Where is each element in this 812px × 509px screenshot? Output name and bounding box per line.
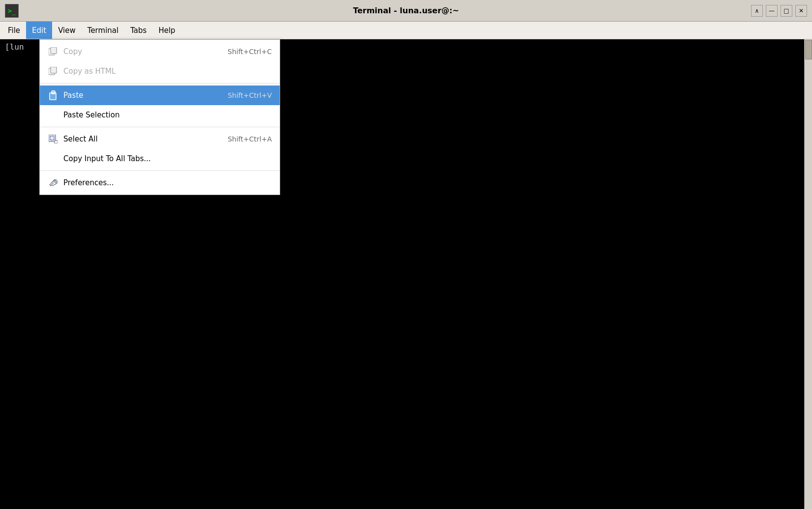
edit-dropdown-menu: Copy Shift+Ctrl+C Copy as HTML Paste Shi… bbox=[39, 39, 280, 195]
window-controls: ∧ — □ ✕ bbox=[751, 5, 807, 17]
separator-1 bbox=[40, 83, 280, 84]
copy-shortcut: Shift+Ctrl+C bbox=[228, 48, 272, 56]
menu-item-paste[interactable]: Paste Shift+Ctrl+V bbox=[40, 85, 280, 105]
minimize-button[interactable]: — bbox=[766, 5, 778, 17]
menu-item-paste-selection[interactable]: Paste Selection bbox=[40, 105, 280, 125]
svg-rect-1 bbox=[51, 47, 57, 54]
app-icon-label: >_ bbox=[8, 7, 16, 15]
select-all-icon bbox=[48, 134, 58, 144]
menu-edit[interactable]: Edit bbox=[26, 22, 52, 39]
title-bar: >_ Terminal - luna.user@:~ ∧ — □ ✕ bbox=[0, 0, 812, 22]
select-all-label: Select All bbox=[63, 135, 98, 143]
paste-shortcut: Shift+Ctrl+V bbox=[228, 91, 272, 99]
menu-item-copy-html[interactable]: Copy as HTML bbox=[40, 61, 280, 81]
paste-icon bbox=[48, 90, 58, 101]
menu-item-select-all[interactable]: Select All Shift+Ctrl+A bbox=[40, 129, 280, 149]
maximize-button[interactable]: ∧ bbox=[751, 5, 763, 17]
app-icon: >_ bbox=[5, 4, 19, 18]
menu-view[interactable]: View bbox=[52, 22, 82, 39]
preferences-label: Preferences... bbox=[63, 178, 114, 187]
copy-label: Copy bbox=[63, 47, 82, 56]
menu-item-copy-input-all-tabs[interactable]: Copy Input To All Tabs... bbox=[40, 149, 280, 169]
title-bar-left: >_ bbox=[5, 4, 19, 18]
paste-label: Paste bbox=[63, 91, 84, 100]
menu-file[interactable]: File bbox=[2, 22, 26, 39]
paste-selection-icon-placeholder bbox=[48, 110, 58, 120]
menu-item-preferences[interactable]: Preferences... bbox=[40, 173, 280, 193]
select-all-shortcut: Shift+Ctrl+A bbox=[228, 135, 272, 143]
menu-tabs[interactable]: Tabs bbox=[124, 22, 152, 39]
scrollbar-thumb[interactable] bbox=[805, 40, 812, 59]
menu-help[interactable]: Help bbox=[152, 22, 181, 39]
copy-icon bbox=[48, 46, 58, 57]
menu-item-copy[interactable]: Copy Shift+Ctrl+C bbox=[40, 42, 280, 61]
separator-2 bbox=[40, 127, 280, 127]
svg-rect-8 bbox=[55, 141, 58, 143]
scrollbar[interactable] bbox=[804, 39, 812, 509]
preferences-icon bbox=[48, 177, 58, 188]
terminal-prompt: [lun bbox=[5, 42, 24, 52]
svg-rect-5 bbox=[52, 91, 55, 94]
copy-html-icon bbox=[48, 66, 58, 77]
svg-rect-3 bbox=[51, 67, 57, 73]
close-button[interactable]: ✕ bbox=[795, 5, 807, 17]
paste-selection-label: Paste Selection bbox=[63, 111, 119, 119]
menu-terminal[interactable]: Terminal bbox=[82, 22, 124, 39]
window-title: Terminal - luna.user@:~ bbox=[353, 6, 459, 15]
copy-input-all-tabs-label: Copy Input To All Tabs... bbox=[63, 154, 151, 163]
copy-html-label: Copy as HTML bbox=[63, 67, 116, 76]
separator-3 bbox=[40, 170, 280, 171]
restore-button[interactable]: □ bbox=[781, 5, 792, 17]
menu-bar: File Edit View Terminal Tabs Help bbox=[0, 22, 812, 39]
copy-input-all-tabs-icon-placeholder bbox=[48, 153, 58, 164]
